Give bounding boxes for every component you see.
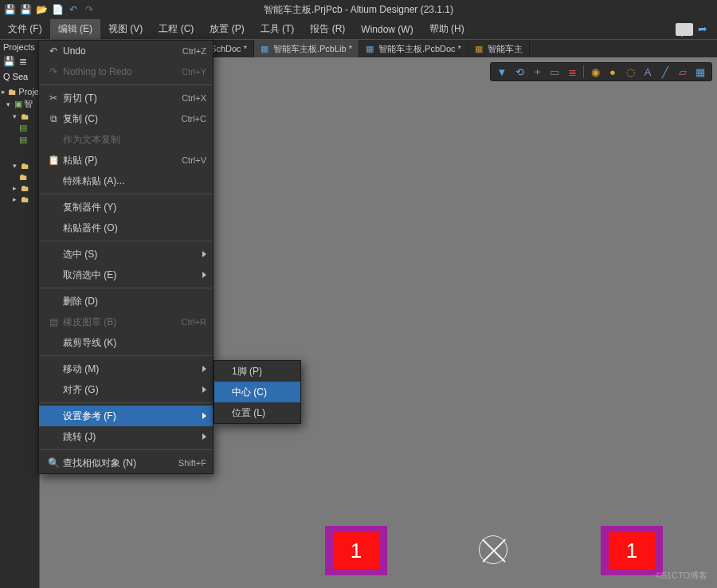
menu-help[interactable]: 帮助 (H): [421, 19, 472, 39]
menu-find-similar[interactable]: 🔍 查找相似对象 (N) Shift+F: [39, 453, 213, 473]
submenu-pin1[interactable]: 1脚 (P): [214, 361, 300, 382]
region-icon[interactable]: ▱: [675, 64, 691, 80]
hole-icon[interactable]: ◌: [622, 64, 638, 80]
menu-move[interactable]: 移动 (M): [39, 359, 213, 379]
menu-shortcut: Ctrl+R: [182, 317, 206, 327]
menu-tools[interactable]: 工具 (T): [253, 19, 303, 39]
tab-pcblib[interactable]: ▦智能车主板.PcbLib *: [254, 40, 359, 57]
menu-view[interactable]: 视图 (V): [100, 19, 151, 39]
chevron-right-icon: [202, 272, 206, 278]
menu-shortcut: Ctrl+C: [182, 114, 206, 123]
save-all-icon[interactable]: 💾: [19, 3, 32, 16]
menu-label: 剪切 (T): [63, 92, 182, 105]
array-icon[interactable]: ▦: [692, 64, 708, 80]
undo-arrow-icon[interactable]: ↶: [67, 3, 80, 16]
menu-window[interactable]: Window (W): [353, 19, 421, 39]
tree-item[interactable]: ▾🖿: [13, 160, 39, 171]
menu-redo: ↷ Nothing to Redo Ctrl+Y: [39, 61, 213, 82]
bars-icon[interactable]: ≣: [564, 64, 580, 80]
tree-root-label: Proje: [18, 87, 39, 96]
tree-project[interactable]: ▾▣智: [6, 97, 39, 111]
projects-tree: ▸🖿Proje ▾▣智 ▾🖿 ▤ ▤ ▾🖿 🖿 ▸🖿 ▸🖿: [0, 83, 39, 205]
menu-paste-special[interactable]: 特殊粘贴 (A)...: [39, 171, 213, 191]
pad-1-right[interactable]: 1: [601, 526, 663, 575]
menu-project[interactable]: 工程 (C): [151, 19, 202, 39]
tree-item[interactable]: 🖿: [19, 171, 39, 182]
separator: [39, 241, 213, 241]
feedback-icon[interactable]: [676, 23, 693, 36]
tab-label: 智能车主: [488, 43, 523, 55]
redo-arrow-icon[interactable]: ↷: [83, 3, 96, 16]
menu-cut[interactable]: ✂ 剪切 (T) Ctrl+X: [39, 88, 213, 108]
menu-label: 移动 (M): [63, 363, 198, 376]
chevron-right-icon: [202, 386, 206, 393]
filter-icon[interactable]: ▼: [494, 64, 510, 80]
menu-shortcut: Ctrl+Z: [182, 46, 206, 56]
separator: [39, 355, 213, 356]
via-icon[interactable]: ●: [605, 64, 621, 80]
projects-panel: Projects 💾 ≣ Q Sea ▸🖿Proje ▾▣智 ▾🖿 ▤ ▤ ▾🖿…: [0, 40, 40, 588]
projects-toolbar: 💾 ≣: [0, 54, 39, 70]
menu-duplicate[interactable]: 复制器件 (Y): [39, 197, 213, 218]
pad-round-icon[interactable]: ◉: [587, 64, 603, 80]
menu-edit[interactable]: 编辑 (E): [50, 19, 100, 39]
menu-label: 取消选中 (E): [63, 269, 198, 282]
chevron-right-icon: [202, 433, 206, 440]
share-icon[interactable]: ➦: [698, 22, 714, 37]
menu-trim[interactable]: 裁剪导线 (K): [39, 332, 213, 353]
separator: [39, 402, 213, 403]
rect-icon[interactable]: ▭: [547, 64, 562, 80]
menu-select[interactable]: 选中 (S): [39, 244, 213, 265]
menu-set-reference[interactable]: 设置参考 (F): [39, 406, 213, 426]
window-title: 智能车主板.PrjPcb - Altium Designer (23.1.1): [264, 3, 453, 17]
menu-label: 裁剪导线 (K): [63, 336, 206, 350]
menu-label: 设置参考 (F): [63, 410, 198, 423]
projects-search[interactable]: Q Sea: [0, 70, 39, 83]
menu-jump[interactable]: 跳转 (J): [39, 426, 213, 447]
tab-pcbdoc[interactable]: ▦智能车主板.PcbDoc *: [359, 40, 468, 57]
open-file-icon[interactable]: 📄: [51, 3, 64, 16]
menu-paste-component[interactable]: 粘贴器件 (O): [39, 218, 213, 238]
watermark: ©51CTO博客: [656, 570, 707, 582]
doc-icon: ▦: [475, 44, 484, 53]
menu-shortcut: Ctrl+Y: [182, 67, 206, 76]
menu-paste[interactable]: 📋 粘贴 (P) Ctrl+V: [39, 150, 213, 171]
chevron-right-icon: [202, 413, 206, 419]
save-icon[interactable]: 💾: [3, 56, 16, 69]
menu-label: 复制 (C): [63, 112, 182, 126]
tree-root[interactable]: ▸🖿Proje: [2, 86, 39, 97]
edit-dropdown: ↶ Undo Ctrl+Z ↷ Nothing to Redo Ctrl+Y ✂…: [38, 40, 214, 474]
tree-item[interactable]: ▸🖿: [13, 194, 39, 205]
menu-copy[interactable]: ⧉ 复制 (C) Ctrl+C: [39, 108, 213, 129]
quick-access-toolbar: 💾 💾 📂 📄 ↶ ↷: [0, 3, 96, 16]
menubar: 文件 (F) 编辑 (E) 视图 (V) 工程 (C) 放置 (P) 工具 (T…: [0, 19, 717, 40]
text-icon[interactable]: A: [640, 64, 656, 80]
menu-report[interactable]: 报告 (R): [302, 19, 353, 39]
menu-label: 复制器件 (Y): [63, 201, 206, 214]
pad-1-left[interactable]: 1: [325, 526, 387, 575]
menu-deselect[interactable]: 取消选中 (E): [39, 265, 213, 285]
set-reference-submenu: 1脚 (P) 中心 (C) 位置 (L): [214, 360, 301, 424]
menu-delete[interactable]: 删除 (D): [39, 291, 213, 312]
menu-place[interactable]: 放置 (P): [202, 19, 252, 39]
menu-label: 查找相似对象 (N): [63, 457, 178, 470]
select-icon[interactable]: ⟲: [511, 64, 527, 80]
menu-undo[interactable]: ↶ Undo Ctrl+Z: [39, 41, 213, 61]
menu-align[interactable]: 对齐 (G): [39, 379, 213, 400]
plus-icon[interactable]: ＋: [529, 64, 545, 80]
redo-icon: ↷: [44, 66, 63, 77]
submenu-center[interactable]: 中心 (C): [214, 382, 300, 402]
separator: [583, 65, 584, 78]
tree-item[interactable]: ▸🖿: [13, 182, 39, 194]
submenu-location[interactable]: 位置 (L): [214, 402, 300, 423]
open-folder-icon[interactable]: 📂: [35, 3, 48, 16]
tree-item[interactable]: ▾🖿: [13, 111, 39, 122]
line-icon[interactable]: ╱: [657, 64, 673, 80]
tree-item[interactable]: ▤: [19, 122, 39, 134]
save-icon[interactable]: 💾: [3, 3, 16, 16]
tab-more[interactable]: ▦智能车主: [468, 40, 530, 57]
list-icon[interactable]: ≣: [19, 56, 32, 69]
separator: [39, 288, 213, 288]
tree-item[interactable]: ▤: [19, 134, 39, 146]
menu-file[interactable]: 文件 (F): [0, 19, 50, 39]
